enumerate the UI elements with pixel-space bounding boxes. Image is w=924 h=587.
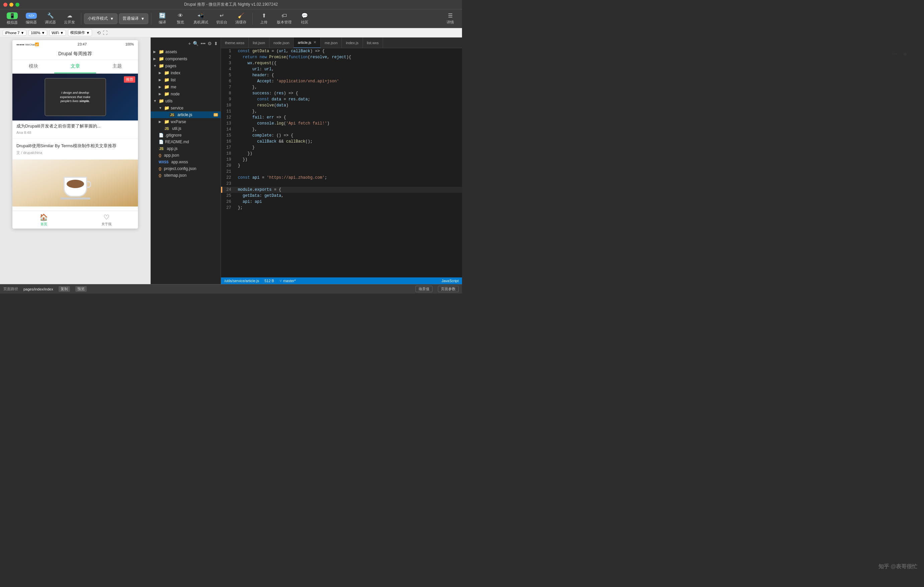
tab-module[interactable]: 模块 [12, 60, 54, 73]
tree-item-app-json[interactable]: ▶ {} app.json [151, 152, 221, 158]
maximize-button[interactable] [15, 3, 20, 7]
compile-button[interactable]: 🔄 编译 [154, 11, 171, 26]
cutback-button[interactable]: ↵ 切后台 [213, 11, 231, 26]
tab-list-wxs[interactable]: list.wxs [363, 38, 383, 48]
tab-article[interactable]: 文章 [54, 60, 96, 73]
zoom-selector[interactable]: 100% ▼ [28, 30, 47, 36]
folder-icon: 📁 [164, 77, 169, 82]
rotate-icon[interactable]: ⟲ [97, 30, 101, 35]
phone-signal: ●●●●● WeChat📶 [16, 43, 39, 46]
tree-item-node[interactable]: ▶ 📁 node [151, 91, 221, 97]
tab-list-json[interactable]: list.json [249, 38, 269, 48]
network-selector[interactable]: WiFi ▼ [49, 30, 66, 36]
version-button[interactable]: 🏷 版本管理 [274, 12, 295, 26]
tree-toolbar: + 🔍 ••• ⚙ ⬍ [151, 40, 221, 47]
article-card-3[interactable] [12, 160, 138, 211]
hero-image-coffee [12, 160, 138, 206]
tree-item-util-js[interactable]: ▶ JS util.js [151, 125, 221, 132]
tree-item-wxparse[interactable]: ▶ 📁 wxParse [151, 118, 221, 125]
tree-item-assets[interactable]: ▶ 📁 assets [151, 48, 221, 55]
tree-item-me[interactable]: ▶ 📁 me [151, 83, 221, 91]
tree-item-pages[interactable]: ▼ 📁 pages [151, 62, 221, 69]
community-button[interactable]: 💬 社区 [296, 11, 313, 26]
phone-navbar: Drupal 每周推荐 ••• ⏺ [12, 48, 138, 60]
folder-icon: 📁 [159, 56, 164, 61]
preview-status-button[interactable]: 预览 [75, 286, 87, 292]
device-toolbar: iPhone 7 ▼ 100% ▼ WiFi ▼ 模拟操作 ▼ ⟲ ⛶ [0, 28, 462, 38]
preview-button[interactable]: 👁 预览 [172, 12, 189, 26]
detail-button[interactable]: ☰ 详情 [442, 11, 459, 26]
wxss-file-icon: WXSS [159, 160, 168, 164]
separator-2 [151, 13, 151, 25]
tab-index-js[interactable]: index.js [342, 38, 363, 48]
tab-bar: theme.wxss list.json node.json article.j… [221, 38, 462, 48]
git-icon: ⑂ [280, 279, 282, 283]
code-line-22: 22 const api = 'https://api.zhaobg.com'; [221, 175, 462, 181]
collapse-icon[interactable]: ⬍ [214, 41, 218, 46]
article-card-1[interactable]: I design and developexperiences that mak… [12, 74, 138, 139]
tab-node-json[interactable]: node.json [269, 38, 294, 48]
tab-close-icon[interactable]: ✕ [314, 40, 316, 45]
tree-item-components[interactable]: ▶ 📁 components [151, 55, 221, 62]
clearcache-button[interactable]: 🧹 清缓存 [232, 11, 250, 26]
modified-badge: M [214, 113, 218, 117]
code-line-27: 27 }; [221, 205, 462, 211]
main-area: ●●●●● WeChat📶 23:47 100% Drupal 每周推荐 •••… [0, 38, 462, 284]
phone-content: I design and developexperiences that mak… [12, 74, 138, 211]
fullscreen-icon[interactable]: ⛶ [103, 30, 107, 35]
add-file-icon[interactable]: + [188, 41, 191, 46]
tree-item-project-config[interactable]: ▶ {} project.config.json [151, 165, 221, 172]
article-card-2[interactable]: Drupal8使用Similar By Terms模块制作相关文章推荐 文 / … [12, 139, 138, 160]
upload-button[interactable]: ⬆ 上传 [256, 11, 272, 26]
editor-panel: theme.wxss list.json node.json article.j… [221, 38, 462, 284]
debugger-button[interactable]: 🔧 调试器 [41, 11, 59, 26]
close-button[interactable] [3, 3, 7, 7]
device-selector[interactable]: iPhone 7 ▼ [3, 30, 26, 36]
phone-battery: 100% [125, 43, 134, 46]
code-line-12: 12 fail: err => { [221, 114, 462, 120]
tab-me-json[interactable]: me.json [321, 38, 342, 48]
editor-button[interactable]: </> 编辑器 [22, 12, 40, 26]
tab-article-js[interactable]: article.js ✕ [294, 38, 320, 48]
article-tag-1: 推荐 [124, 76, 135, 82]
js-file-icon: JS [169, 113, 175, 117]
copy-button[interactable]: 复制 [59, 286, 70, 292]
tree-item-index[interactable]: ▶ 📁 index [151, 69, 221, 76]
compile-dropdown[interactable]: 普通编译 ▼ [119, 13, 148, 24]
tree-item-article-js[interactable]: ▶ JS article.js M [151, 111, 221, 118]
filter-icon[interactable]: ⚙ [208, 41, 212, 46]
tab-theme[interactable]: 主题 [96, 60, 138, 73]
tree-item-utils[interactable]: ▼ 📁 utils [151, 97, 221, 104]
tree-item-readme[interactable]: ▶ 📄 README.md [151, 139, 221, 145]
minimize-button[interactable] [9, 3, 13, 7]
code-area[interactable]: 1 const getData = (url, callBack) => { 2… [221, 48, 462, 277]
tree-item-list[interactable]: ▶ 📁 list [151, 76, 221, 83]
params-button[interactable]: 页面参数 [438, 286, 459, 292]
simulator-button[interactable]: 📱 模拟器 [3, 11, 21, 26]
folder-icon: 📁 [164, 70, 169, 75]
mode-dropdown[interactable]: 小程序模式 ▼ [84, 13, 117, 24]
tree-item-app-wxss[interactable]: ▶ WXSS app.wxss [151, 158, 221, 165]
tree-item-service[interactable]: ▼ 📁 service [151, 104, 221, 111]
search-icon[interactable]: 🔍 [193, 41, 198, 46]
traffic-lights [3, 3, 20, 7]
js-file-icon: JS [159, 147, 164, 151]
bottom-nav-home[interactable]: 🏠 首页 [12, 213, 75, 227]
more-icon[interactable]: ••• [201, 41, 206, 46]
tab-theme-wxss[interactable]: theme.wxss [221, 38, 249, 48]
phone-container: ●●●●● WeChat📶 23:47 100% Drupal 每周推荐 •••… [0, 38, 150, 284]
js-file-icon: JS [164, 127, 169, 130]
editor-status-bar: /utils/service/article.js 512 B ⑂ master… [221, 277, 462, 284]
tree-item-app-js[interactable]: ▶ JS app.js [151, 145, 221, 152]
tree-item-gitignore[interactable]: ▶ 📄 .gitignore [151, 132, 221, 139]
bottom-nav-about[interactable]: ♡ 关于我 [75, 213, 138, 227]
scene-button[interactable]: 场景值 [416, 286, 432, 292]
code-line-4: 4 url: url, [221, 66, 462, 72]
realdevice-button[interactable]: 📲 真机调试 [190, 11, 211, 26]
simaction-selector[interactable]: 模拟操作 ▼ [68, 29, 92, 36]
cloud-button[interactable]: ☁ 云开发 [61, 11, 78, 26]
simulator-panel: ●●●●● WeChat📶 23:47 100% Drupal 每周推荐 •••… [0, 38, 151, 284]
folder-icon: 📁 [159, 49, 164, 54]
tree-item-sitemap[interactable]: ▶ {} sitemap.json [151, 172, 221, 179]
code-line-10: 10 resolve(data) [221, 102, 462, 109]
